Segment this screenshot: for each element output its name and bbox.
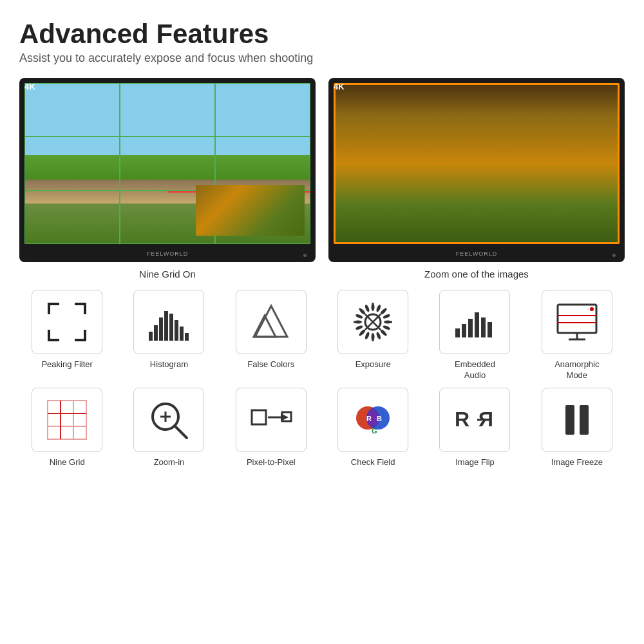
feature-anamorphic-mode: AnamorphicMode	[529, 290, 625, 381]
page: Advanced Features Assist you to accurate…	[0, 0, 644, 488]
svg-rect-7	[84, 330, 86, 341]
histogram-label: Histogram	[150, 359, 188, 370]
pixel-to-pixel-icon-box	[236, 388, 307, 452]
svg-point-56	[590, 307, 594, 311]
anamorphic-mode-icon	[554, 299, 600, 345]
image-flip-icon: R R	[452, 397, 497, 442]
false-colors-label: False Colors	[247, 359, 294, 370]
svg-rect-14	[180, 327, 184, 341]
grid-cell	[24, 137, 120, 190]
nine-grid-label: Nine Grid	[50, 457, 85, 468]
svg-rect-57	[48, 401, 86, 439]
anamorphic-screen	[334, 83, 620, 244]
anamorphic-border	[334, 83, 620, 244]
features-row-1: Peaking Filter Histogram	[19, 290, 625, 381]
feature-histogram: Histogram	[121, 290, 216, 381]
svg-rect-46	[462, 324, 466, 337]
svg-rect-1	[48, 303, 50, 314]
image-freeze-icon	[554, 397, 600, 442]
svg-point-42	[359, 308, 366, 316]
image-freeze-label: Image Freeze	[551, 457, 603, 468]
svg-point-40	[354, 320, 362, 323]
monitor-left: 4K FEELWORLD Nine Grid On	[19, 78, 316, 279]
svg-point-32	[384, 320, 392, 323]
anamorphic-mode-icon-box	[542, 290, 612, 354]
monitor-right-body: 4K FEELWORLD	[328, 78, 625, 262]
svg-rect-3	[84, 303, 86, 314]
image-flip-label: Image Flip	[455, 457, 495, 468]
svg-rect-81	[580, 405, 589, 435]
svg-rect-68	[252, 410, 266, 424]
monitor-left-label: Nine Grid On	[139, 269, 196, 279]
pixel-to-pixel-icon	[249, 397, 294, 442]
false-colors-icon-box	[236, 290, 307, 354]
svg-rect-8	[149, 332, 153, 341]
grid-cell	[24, 83, 120, 137]
svg-rect-10	[159, 317, 163, 341]
monitor-right: 4K FEELWORLD Zoom one of the images	[328, 78, 625, 279]
svg-point-38	[359, 328, 366, 336]
svg-rect-47	[468, 319, 473, 337]
svg-point-35	[375, 332, 381, 340]
feature-pixel-to-pixel: Pixel-to-Pixel	[223, 388, 319, 468]
zoom-in-icon-box	[133, 388, 204, 452]
svg-rect-80	[565, 405, 574, 435]
svg-text:B: B	[377, 415, 382, 422]
embedded-audio-label: EmbeddedAudio	[455, 359, 495, 381]
grid-cell	[120, 137, 215, 190]
page-subtitle: Assist you to accurately expose and focu…	[19, 52, 625, 65]
nine-grid-icon	[44, 397, 90, 442]
histogram-icon	[146, 299, 191, 345]
anamorphic-mode-label: AnamorphicMode	[554, 359, 599, 381]
grid-cell	[120, 83, 215, 137]
header: Advanced Features Assist you to accurate…	[19, 19, 625, 65]
features-section: Peaking Filter Histogram	[19, 290, 625, 468]
svg-rect-50	[488, 322, 492, 337]
feature-zoom-in: Zoom-in	[121, 388, 216, 468]
svg-point-34	[379, 328, 387, 336]
svg-rect-45	[455, 328, 460, 337]
pixel-to-pixel-label: Pixel-to-Pixel	[247, 457, 296, 468]
svg-text:R: R	[455, 408, 469, 431]
zoom-in-label: Zoom-in	[154, 457, 185, 468]
feature-check-field: R B G Check Field	[325, 388, 421, 468]
exposure-icon	[350, 299, 395, 345]
false-colors-icon	[249, 299, 294, 345]
svg-point-44	[372, 303, 375, 311]
svg-rect-13	[175, 320, 178, 341]
check-field-icon: R B G	[350, 397, 395, 442]
monitor-right-brand: FEELWORLD	[456, 251, 497, 257]
feature-embedded-audio: EmbeddedAudio	[427, 290, 522, 381]
monitors-row: 4K FEELWORLD Nine Grid On 4K FEELWORLD Z…	[19, 78, 625, 279]
zoom-in-icon	[146, 397, 191, 442]
grid-cell	[215, 83, 310, 137]
feature-false-colors: False Colors	[223, 290, 319, 381]
svg-text:G: G	[372, 427, 377, 435]
svg-point-37	[365, 332, 370, 340]
svg-text:R: R	[366, 415, 372, 422]
grid-cell	[24, 191, 120, 244]
exposure-label: Exposure	[355, 359, 391, 370]
monitor-right-4k-badge: 4K	[334, 82, 345, 91]
check-field-label: Check Field	[351, 457, 395, 468]
svg-rect-9	[154, 325, 158, 341]
svg-rect-5	[48, 330, 50, 341]
svg-rect-48	[475, 312, 479, 337]
monitor-left-screen	[24, 83, 310, 244]
check-field-icon-box: R B G	[337, 388, 408, 452]
monitor-left-body: 4K FEELWORLD	[19, 78, 316, 262]
svg-point-29	[375, 304, 381, 312]
feature-image-freeze: Image Freeze	[529, 388, 625, 468]
svg-rect-49	[481, 317, 486, 337]
svg-point-30	[379, 308, 387, 316]
svg-point-43	[365, 304, 370, 312]
svg-point-31	[383, 314, 391, 319]
peaking-filter-label: Peaking Filter	[41, 359, 92, 370]
feature-nine-grid: Nine Grid	[19, 388, 115, 468]
grid-cell	[215, 137, 310, 190]
horses-thumbnail	[196, 185, 305, 236]
peaking-filter-icon	[44, 299, 90, 345]
monitor-left-brand: FEELWORLD	[147, 251, 188, 257]
exposure-icon-box	[337, 290, 408, 354]
feature-exposure: Exposure	[325, 290, 421, 381]
